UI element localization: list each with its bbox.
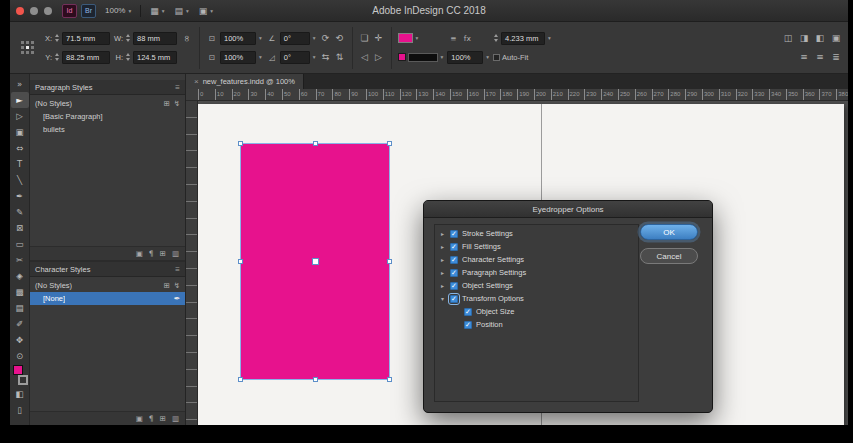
stroke-weight-field[interactable]: 4.233 mm xyxy=(501,32,545,45)
select-previous-icon[interactable]: ◁ xyxy=(359,51,371,64)
checkbox[interactable] xyxy=(450,230,458,238)
direct-selection-tool-icon[interactable]: ▷ xyxy=(11,108,29,124)
x-field[interactable]: 71.5 mm xyxy=(62,32,110,45)
chevron-down-icon[interactable]: ▾ xyxy=(416,35,419,41)
ok-button[interactable]: OK xyxy=(640,224,698,240)
stroke-weight-stepper[interactable] xyxy=(494,34,498,42)
distribute-icon[interactable]: ≡ xyxy=(814,51,826,64)
reference-point-proxy[interactable] xyxy=(21,41,34,54)
selection-handle[interactable] xyxy=(313,141,318,146)
minimize-window-icon[interactable] xyxy=(30,7,38,15)
checkbox[interactable] xyxy=(450,269,458,277)
close-window-icon[interactable] xyxy=(16,7,24,15)
arrange-documents-control[interactable]: ▣▾ xyxy=(199,6,213,16)
note-tool-icon[interactable]: ▤ xyxy=(11,300,29,316)
rotation-field[interactable]: 0° xyxy=(280,32,310,45)
disclosure-expanded-icon[interactable]: ▾ xyxy=(439,295,446,302)
autofit-checkbox[interactable] xyxy=(493,54,500,61)
text-wrap-none-icon[interactable]: ◫ xyxy=(782,32,794,45)
chevron-down-icon[interactable]: ▾ xyxy=(486,54,489,60)
scissors-tool-icon[interactable]: ✂ xyxy=(11,252,29,268)
cancel-button[interactable]: Cancel xyxy=(640,248,698,264)
effects-icon[interactable]: fx xyxy=(461,32,473,45)
rotate-ccw-icon[interactable]: ⟲ xyxy=(334,32,346,45)
zoom-level-dropdown[interactable]: 100% ▾ xyxy=(105,6,131,15)
create-style-icon[interactable]: ⊞ xyxy=(160,415,166,423)
panel-options-icon[interactable]: ≡ xyxy=(447,32,459,45)
disclosure-collapsed-icon[interactable]: ▸ xyxy=(439,269,446,276)
chevron-down-icon[interactable]: ▾ xyxy=(259,54,262,60)
selection-tool-icon[interactable]: ► xyxy=(11,92,29,108)
selection-handle[interactable] xyxy=(387,377,392,382)
clear-overrides-icon[interactable]: ¶ xyxy=(149,415,154,423)
dialog-option-row[interactable]: ▸Object Settings xyxy=(435,279,638,292)
view-options-control[interactable]: ▦▾ xyxy=(150,6,164,16)
selection-handle[interactable] xyxy=(313,377,318,382)
disclosure-collapsed-icon[interactable]: ▸ xyxy=(439,243,446,250)
h-stepper[interactable] xyxy=(126,53,130,61)
pencil-tool-icon[interactable]: ✎ xyxy=(11,204,29,220)
create-style-icon[interactable]: ⊞ xyxy=(160,250,166,258)
dialog-option-row[interactable]: ▸Character Settings xyxy=(435,253,638,266)
select-next-icon[interactable]: ▷ xyxy=(373,51,385,64)
eyedropper-tool-icon[interactable]: ✐ xyxy=(11,316,29,332)
select-content-icon[interactable]: ✛ xyxy=(373,32,385,45)
toolbar-collapse-icon[interactable]: » xyxy=(11,76,29,92)
free-transform-tool-icon[interactable]: ◈ xyxy=(11,268,29,284)
chevron-down-icon[interactable]: ▾ xyxy=(313,35,316,41)
y-field[interactable]: 88.25 mm xyxy=(62,51,110,64)
zoom-window-icon[interactable] xyxy=(44,7,52,15)
style-eyedropper-icon[interactable]: ✒ xyxy=(174,295,180,303)
style-group-icon[interactable]: ▣ xyxy=(136,250,143,258)
stroke-swatch[interactable] xyxy=(18,375,28,385)
delete-style-icon[interactable]: ▥ xyxy=(172,250,179,258)
selection-handle[interactable] xyxy=(238,141,243,146)
selection-handle[interactable] xyxy=(387,259,392,264)
dialog-option-row[interactable]: ▸Paragraph Settings xyxy=(435,266,638,279)
disclosure-collapsed-icon[interactable]: ▸ xyxy=(439,282,446,289)
fill-swatch[interactable] xyxy=(13,365,23,375)
selection-handle[interactable] xyxy=(387,141,392,146)
close-tab-icon[interactable]: × xyxy=(194,77,199,86)
width-field[interactable]: 88 mm xyxy=(133,32,177,45)
height-field[interactable]: 124.5 mm xyxy=(133,51,177,64)
panel-menu-icon[interactable]: ≡ xyxy=(175,265,180,274)
checkbox[interactable] xyxy=(450,256,458,264)
fill-color-swatch[interactable] xyxy=(398,33,413,43)
line-tool-icon[interactable]: ╲ xyxy=(11,172,29,188)
disclosure-collapsed-icon[interactable]: ▸ xyxy=(439,256,446,263)
shear-field[interactable]: 0° xyxy=(280,51,310,64)
select-container-icon[interactable]: ❏ xyxy=(359,32,371,45)
chevron-down-icon[interactable]: ▾ xyxy=(441,54,444,60)
center-point-handle[interactable] xyxy=(312,258,319,265)
dialog-option-row[interactable]: ▸Fill Settings xyxy=(435,240,638,253)
selection-handle[interactable] xyxy=(238,377,243,382)
delete-style-icon[interactable]: ▥ xyxy=(172,415,179,423)
style-group-icon[interactable]: ▣ xyxy=(136,415,143,423)
checkbox[interactable] xyxy=(450,295,458,303)
apply-color-icon[interactable]: ◧ xyxy=(11,386,29,402)
text-wrap-around-icon[interactable]: ◨ xyxy=(798,32,810,45)
scale-y-field[interactable]: 100% xyxy=(220,51,256,64)
rotate-cw-icon[interactable]: ⟳ xyxy=(320,32,332,45)
dialog-option-row[interactable]: ▸Stroke Settings xyxy=(435,227,638,240)
screen-mode-control[interactable]: ▤▾ xyxy=(175,6,189,16)
flip-vertical-icon[interactable]: ⇅ xyxy=(334,51,346,64)
checkbox[interactable] xyxy=(464,308,472,316)
dialog-option-row[interactable]: Position xyxy=(435,318,638,331)
disclosure-collapsed-icon[interactable]: ▸ xyxy=(439,230,446,237)
chevron-down-icon[interactable]: ▾ xyxy=(548,35,551,41)
dialog-option-row[interactable]: Object Size xyxy=(435,305,638,318)
style-row[interactable]: [Basic Paragraph] xyxy=(30,110,185,123)
chevron-down-icon[interactable]: ▾ xyxy=(259,35,262,41)
panel-menu-icon[interactable]: ≡ xyxy=(175,83,180,92)
bridge-icon[interactable]: Br xyxy=(81,4,96,18)
new-style-shortcut-icon[interactable]: ⊞ xyxy=(163,100,169,108)
flip-horizontal-icon[interactable]: ⇆ xyxy=(320,51,332,64)
object-styles-icon[interactable]: ≣ xyxy=(830,51,842,64)
stroke-fill-proxy[interactable] xyxy=(398,53,406,61)
corner-options-icon[interactable]: ◧ xyxy=(814,32,826,45)
checkbox[interactable] xyxy=(450,243,458,251)
page-tool-icon[interactable]: ▣ xyxy=(11,124,29,140)
pen-tool-icon[interactable]: ✒ xyxy=(11,188,29,204)
